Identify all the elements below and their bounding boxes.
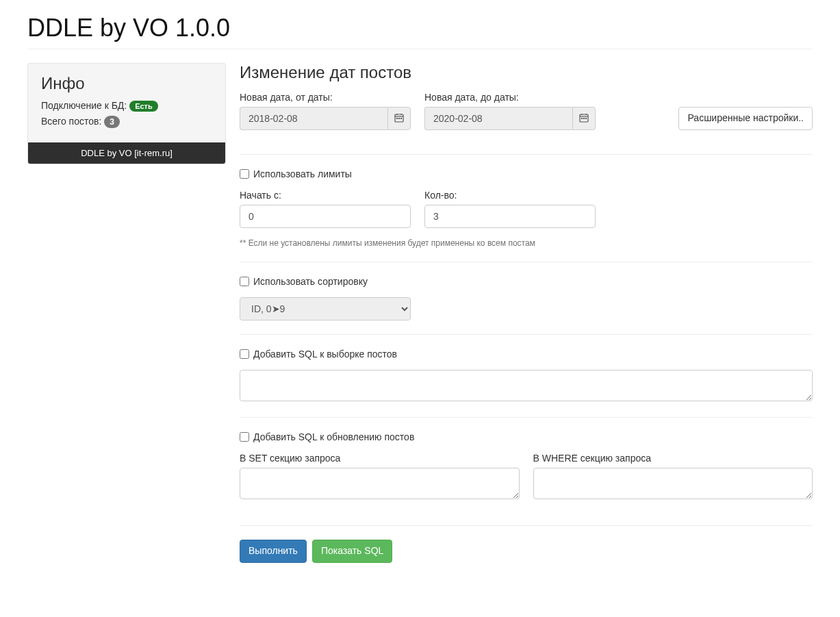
svg-rect-4 (396, 118, 398, 119)
limits-help-text: ** Если не установлены лимиты изменения … (240, 238, 813, 248)
divider (240, 417, 813, 418)
page-title: DDLE by VO 1.0.0 (27, 14, 813, 49)
count-input[interactable] (424, 205, 596, 228)
date-to-label: Новая дата, до даты: (424, 92, 596, 103)
divider (240, 334, 813, 335)
date-from-picker-button[interactable] (387, 107, 411, 130)
add-sql-select-label: Добавить SQL к выборке постов (253, 349, 397, 360)
sidebar: Инфо Подключение к БД: Есть Всего постов… (27, 63, 226, 563)
posts-count-label: Всего постов: (41, 116, 101, 127)
main-title: Изменение дат постов (240, 63, 813, 82)
main-content: Изменение дат постов Новая дата, от даты… (240, 63, 813, 563)
svg-rect-13 (585, 118, 587, 119)
divider (240, 525, 813, 526)
sql-where-label: В WHERE секцию запроса (533, 453, 813, 464)
calendar-icon (579, 113, 589, 125)
add-sql-update-label: Добавить SQL к обновлению постов (253, 431, 414, 442)
count-label: Кол-во: (424, 190, 596, 201)
use-limits-label: Использовать лимиты (253, 168, 352, 179)
svg-rect-12 (583, 118, 585, 119)
sql-set-textarea[interactable] (240, 468, 520, 499)
sql-set-label: В SET секцию запроса (240, 453, 520, 464)
sidebar-footer: DDLE by VO [it-rem.ru] (28, 142, 225, 164)
info-heading: Инфо (41, 74, 212, 93)
start-from-input[interactable] (240, 205, 411, 228)
posts-count-row: Всего постов: 3 (41, 116, 212, 128)
divider (240, 262, 813, 262)
sort-select[interactable]: ID, 0➤9 (240, 297, 411, 320)
sql-where-textarea[interactable] (533, 468, 813, 499)
show-sql-button[interactable]: Показать SQL (312, 540, 392, 563)
date-to-picker-button[interactable] (572, 107, 596, 130)
use-sort-label: Использовать сортировку (253, 276, 368, 287)
execute-button[interactable]: Выполнить (240, 540, 307, 563)
date-from-input[interactable] (240, 107, 387, 130)
use-sort-checkbox[interactable] (240, 277, 249, 286)
sql-select-textarea[interactable] (240, 370, 813, 401)
posts-count-badge: 3 (104, 116, 120, 128)
add-sql-update-checkbox[interactable] (240, 432, 249, 442)
start-from-label: Начать с: (240, 190, 411, 201)
svg-rect-6 (400, 118, 402, 119)
date-from-label: Новая дата, от даты: (240, 92, 411, 103)
divider (240, 154, 813, 155)
calendar-icon (394, 113, 404, 125)
add-sql-select-checkbox[interactable] (240, 349, 249, 359)
db-connection-label: Подключение к БД: (41, 100, 127, 111)
use-limits-checkbox[interactable] (240, 169, 249, 179)
db-status-badge: Есть (129, 101, 158, 112)
date-to-input[interactable] (424, 107, 572, 130)
db-connection-row: Подключение к БД: Есть (41, 100, 212, 112)
svg-rect-11 (581, 118, 583, 119)
svg-rect-5 (398, 118, 400, 119)
advanced-settings-button[interactable]: Расширенные настройки.. (678, 107, 813, 130)
